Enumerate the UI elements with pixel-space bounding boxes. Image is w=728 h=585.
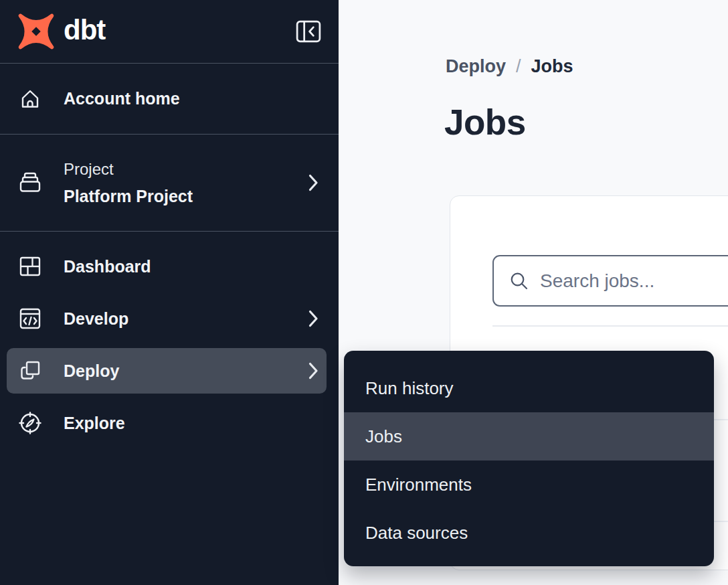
breadcrumb-separator: / — [516, 56, 521, 77]
sidebar-item-dashboard[interactable]: Dashboard — [7, 244, 327, 289]
sidebar-item-develop[interactable]: Develop — [7, 296, 327, 341]
chevron-right-icon — [308, 362, 318, 380]
code-window-icon — [19, 307, 41, 330]
sidebar-item-project[interactable]: Project Platform Project — [0, 135, 339, 232]
home-icon — [19, 88, 41, 110]
dbt-logo-icon — [17, 13, 55, 50]
search-icon — [510, 272, 529, 290]
dashboard-grid-icon — [19, 255, 41, 278]
sidebar-item-account-home[interactable]: Account home — [0, 64, 339, 135]
sidebar-item-label: Account home — [64, 89, 180, 108]
page-title: Jobs — [444, 102, 526, 143]
sidebar-item-label: Dashboard — [64, 257, 151, 276]
deploy-squares-icon — [19, 359, 41, 382]
chevron-right-icon — [308, 174, 318, 191]
project-overline: Project — [64, 156, 193, 183]
project-name: Platform Project — [64, 183, 193, 210]
breadcrumb-deploy-link[interactable]: Deploy — [446, 56, 506, 77]
menu-item-environments[interactable]: Environments — [344, 461, 714, 509]
chevron-right-icon — [308, 310, 318, 327]
sidebar-item-explore[interactable]: Explore — [7, 400, 327, 446]
collapse-sidebar-icon — [296, 20, 321, 43]
logo-wordmark: dbt — [64, 14, 105, 46]
card-divider — [492, 325, 728, 327]
sidebar-item-label: Explore — [64, 414, 125, 433]
breadcrumb-current: Jobs — [531, 56, 573, 77]
sidebar-item-label: Develop — [64, 309, 128, 329]
search-jobs-input[interactable] — [540, 270, 728, 292]
search-box[interactable] — [492, 255, 728, 307]
menu-item-jobs[interactable]: Jobs — [344, 412, 714, 461]
collapse-sidebar-button[interactable] — [296, 20, 321, 43]
menu-item-run-history[interactable]: Run history — [344, 364, 714, 412]
breadcrumb: Deploy / Jobs — [446, 56, 573, 77]
project-stack-icon — [19, 171, 41, 194]
sidebar: dbt Account home Project — [0, 0, 339, 585]
sidebar-item-label: Deploy — [64, 361, 119, 381]
sidebar-item-deploy[interactable]: Deploy — [7, 348, 327, 394]
sidebar-header: dbt — [0, 0, 339, 64]
compass-icon — [19, 412, 41, 434]
menu-item-data-sources[interactable]: Data sources — [344, 509, 714, 557]
deploy-flyout-menu: Run history Jobs Environments Data sourc… — [344, 351, 714, 566]
sidebar-nav: Dashboard Develop — [0, 232, 339, 446]
